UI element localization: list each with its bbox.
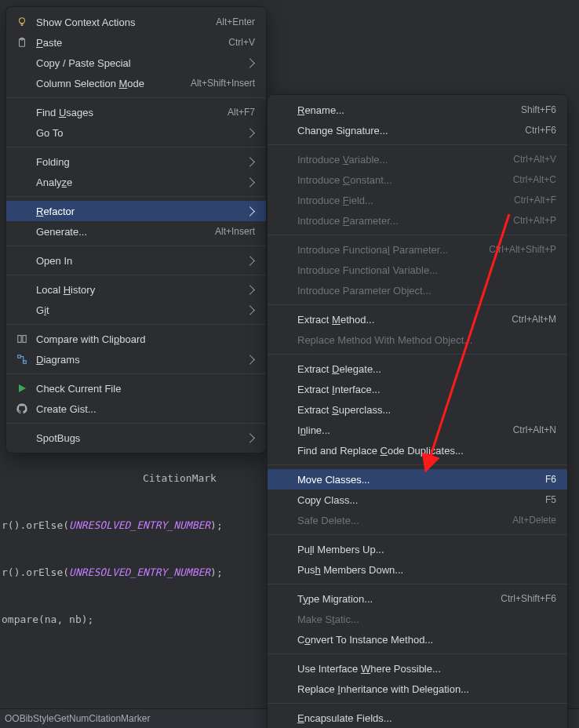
menu-item-label: Open In — [36, 255, 239, 267]
svg-point-0 — [20, 18, 25, 24]
menu-item-shortcut: Ctrl+Alt+C — [513, 174, 556, 185]
refactor-menu-item-28[interactable]: Type Migration...Ctrl+Shift+F6 — [268, 588, 567, 609]
chevron-right-icon — [245, 58, 255, 68]
menu-separator — [6, 324, 266, 325]
menu-item-label: Check Current File — [36, 383, 255, 395]
refactor-menu-item-5: Introduce Field...Ctrl+Alt+F — [268, 190, 567, 210]
menu-item-label: Introduce Variable... — [297, 154, 504, 166]
refactor-menu-item-3: Introduce Variable...Ctrl+Alt+V — [268, 149, 567, 169]
chevron-right-icon — [245, 128, 255, 138]
refactor-menu-item-1[interactable]: Change Signature...Ctrl+F6 — [268, 120, 567, 140]
menu-item-label: Introduce Functional Parameter... — [297, 244, 479, 256]
menu-separator — [268, 144, 567, 145]
menu-item-shortcut: Ctrl+Alt+M — [512, 314, 556, 325]
github-icon — [16, 402, 28, 415]
menu-item-label: Show Context Actions — [36, 16, 206, 28]
menu-item-label: Analyze — [36, 177, 239, 188]
refactor-menu-item-16[interactable]: Extract Interface... — [268, 379, 567, 399]
menu-item-label: Generate... — [36, 226, 206, 238]
menu-separator — [268, 534, 567, 535]
refactor-menu-item-30[interactable]: Convert To Instance Method... — [268, 629, 567, 650]
menu-item-shortcut: Ctrl+Alt+P — [513, 215, 556, 226]
chevron-right-icon — [245, 433, 255, 443]
menu-item-label: Encapsulate Fields... — [297, 712, 556, 724]
context-menu-item-20[interactable]: Diagrams — [6, 349, 266, 369]
refactor-menu-item-35[interactable]: Encapsulate Fields... — [268, 708, 567, 728]
refactor-menu-item-32[interactable]: Use Interface Where Possible... — [268, 658, 567, 679]
context-menu-item-25[interactable]: SpotBugs — [6, 428, 266, 448]
paste-icon — [16, 36, 28, 49]
context-menu-item-9[interactable]: Analyze — [6, 172, 266, 192]
menu-item-shortcut: F6 — [545, 474, 556, 485]
context-menu-item-17[interactable]: Git — [6, 300, 266, 320]
context-menu-item-6[interactable]: Go To — [6, 122, 266, 143]
refactor-menu-item-0[interactable]: Rename...Shift+F6 — [268, 100, 567, 120]
context-menu-item-14[interactable]: Open In — [6, 250, 266, 271]
menu-item-shortcut: Ctrl+Alt+N — [513, 424, 556, 435]
menu-separator — [6, 196, 266, 197]
menu-item-shortcut: Ctrl+Shift+F6 — [501, 593, 556, 604]
menu-item-label: SpotBugs — [36, 432, 239, 444]
menu-item-shortcut: Alt+Insert — [215, 226, 255, 237]
context-menu-item-1[interactable]: PasteCtrl+V — [6, 32, 266, 53]
refactor-menu-item-12[interactable]: Extract Method...Ctrl+Alt+M — [268, 309, 567, 329]
menu-item-label: Local History — [36, 284, 239, 296]
menu-item-label: Change Signature... — [297, 125, 515, 136]
context-menu-item-3[interactable]: Column Selection ModeAlt+Shift+Insert — [6, 73, 266, 93]
context-menu[interactable]: Show Context ActionsAlt+EnterPasteCtrl+V… — [5, 6, 267, 453]
menu-item-label: Safe Delete... — [297, 515, 503, 526]
menu-item-shortcut: Shift+F6 — [521, 104, 556, 115]
context-menu-item-0[interactable]: Show Context ActionsAlt+Enter — [6, 12, 266, 32]
refactor-menu-item-21[interactable]: Move Classes...F6 — [268, 469, 567, 490]
menu-separator — [268, 703, 567, 704]
menu-item-shortcut: Alt+F7 — [228, 107, 255, 118]
context-menu-item-16[interactable]: Local History — [6, 279, 266, 300]
menu-item-label: Extract Method... — [297, 314, 502, 326]
menu-item-shortcut: Ctrl+V — [228, 37, 255, 48]
context-menu-item-5[interactable]: Find UsagesAlt+F7 — [6, 102, 266, 122]
refactor-menu-item-17[interactable]: Extract Superclass... — [268, 399, 567, 420]
menu-item-label: Replace Method With Method Object... — [297, 334, 556, 346]
menu-separator — [268, 304, 567, 305]
chevron-right-icon — [245, 206, 255, 217]
menu-item-label: Convert To Instance Method... — [297, 634, 556, 646]
context-menu-item-23[interactable]: Create Gist... — [6, 399, 266, 419]
menu-separator — [6, 275, 266, 275]
status-text: OOBibStyleGetNumCitationMarker — [5, 713, 150, 724]
menu-item-label: Extract Delegate... — [297, 363, 556, 375]
menu-item-label: Type Migration... — [297, 593, 491, 605]
context-menu-item-22[interactable]: Check Current File — [6, 378, 266, 399]
menu-item-label: Find Usages — [36, 107, 218, 118]
context-menu-item-11[interactable]: Refactor — [6, 201, 266, 221]
menu-item-label: Inline... — [297, 424, 504, 436]
menu-item-label: Compare with Clipboard — [36, 333, 255, 345]
refactor-menu-item-10: Introduce Parameter Object... — [268, 280, 567, 300]
refactor-menu-item-15[interactable]: Extract Delegate... — [268, 359, 567, 379]
refactor-menu-item-26[interactable]: Push Members Down... — [268, 559, 567, 580]
chevron-right-icon — [245, 157, 255, 167]
refactor-submenu[interactable]: Rename...Shift+F6Change Signature...Ctrl… — [267, 94, 568, 728]
refactor-menu-item-8: Introduce Functional Parameter...Ctrl+Al… — [268, 239, 567, 260]
refactor-menu-item-22[interactable]: Copy Class...F5 — [268, 490, 567, 510]
refactor-menu-item-25[interactable]: Pull Members Up... — [268, 539, 567, 559]
refactor-menu-item-18[interactable]: Inline...Ctrl+Alt+N — [268, 420, 567, 440]
menu-separator — [268, 354, 567, 355]
refactor-menu-item-19[interactable]: Find and Replace Code Duplicates... — [268, 440, 567, 460]
menu-separator — [268, 235, 567, 235]
menu-item-label: Extract Interface... — [297, 384, 556, 395]
menu-item-shortcut: Alt+Enter — [216, 16, 255, 27]
compare-icon — [16, 333, 28, 345]
menu-item-label: Introduce Field... — [297, 195, 504, 206]
context-menu-item-2[interactable]: Copy / Paste Special — [6, 53, 266, 73]
context-menu-item-12[interactable]: Generate...Alt+Insert — [6, 221, 266, 242]
refactor-menu-item-33[interactable]: Replace Inheritance with Delegation... — [268, 679, 567, 699]
play-icon — [16, 382, 28, 395]
menu-item-label: Rename... — [297, 104, 512, 116]
context-menu-item-8[interactable]: Folding — [6, 151, 266, 172]
menu-item-label: Column Selection Mode — [36, 78, 181, 89]
context-menu-item-19[interactable]: Compare with Clipboard — [6, 329, 266, 349]
refactor-menu-item-23: Safe Delete...Alt+Delete — [268, 510, 567, 530]
menu-item-label: Copy Class... — [297, 494, 536, 506]
menu-item-label: Refactor — [36, 206, 239, 217]
menu-separator — [6, 147, 266, 147]
